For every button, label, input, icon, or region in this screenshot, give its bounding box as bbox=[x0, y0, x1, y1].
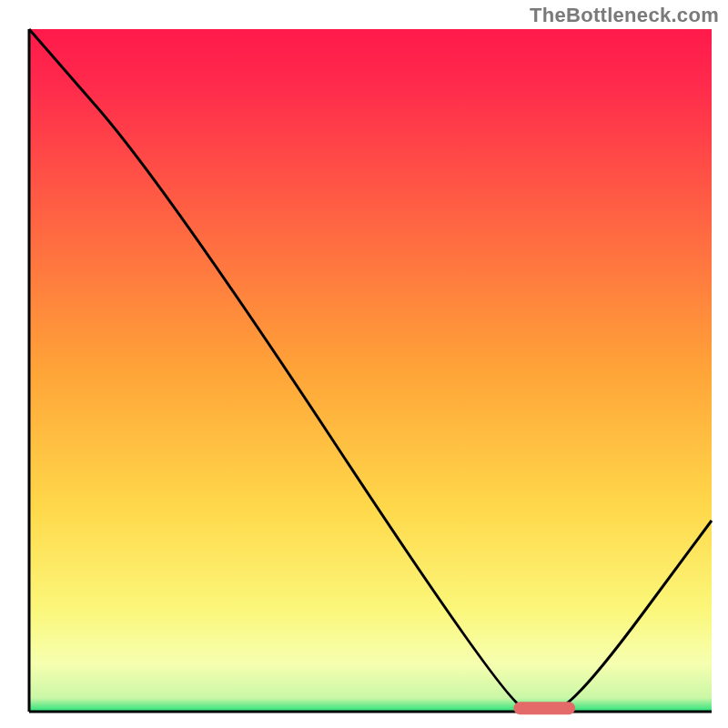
plot-background bbox=[29, 29, 712, 712]
chart-svg bbox=[0, 0, 728, 728]
optimal-marker bbox=[514, 702, 576, 714]
chart-stage: TheBottleneck.com bbox=[0, 0, 728, 728]
